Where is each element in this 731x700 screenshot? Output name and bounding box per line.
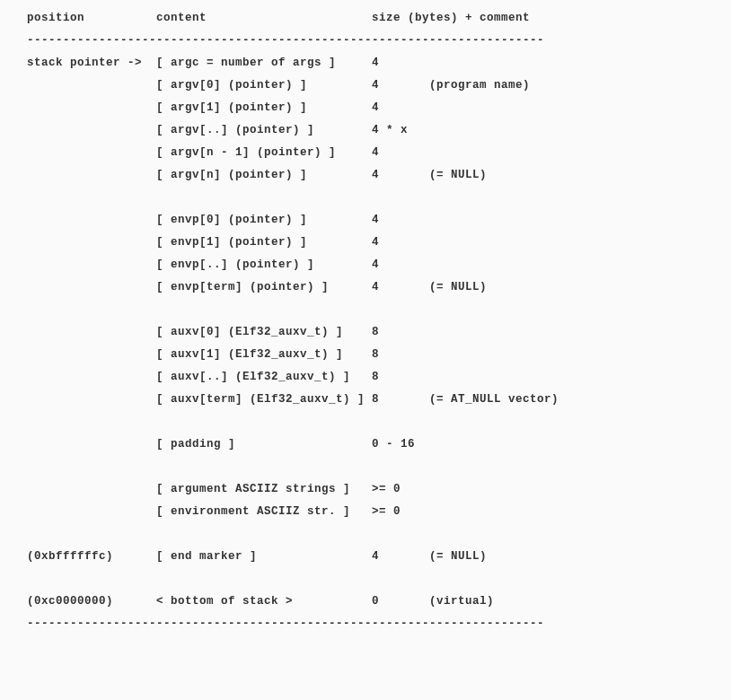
stack-layout-document: position content size (bytes) + comment … [0, 0, 731, 700]
stack-layout-pre: position content size (bytes) + comment … [0, 7, 731, 635]
